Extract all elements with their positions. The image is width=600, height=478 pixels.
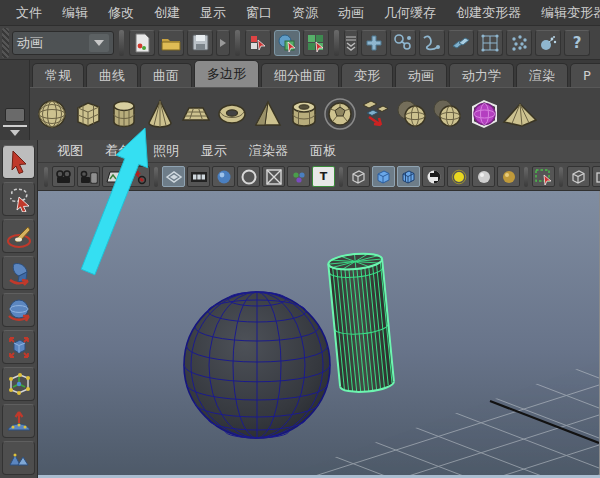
shelf-tab-subdivs[interactable]: 细分曲面: [261, 63, 339, 87]
panel-menu-shading[interactable]: 着色: [94, 142, 142, 160]
smooth-shelf-button[interactable]: [466, 92, 501, 136]
poly-plane-shelf-button[interactable]: [178, 92, 213, 136]
poly-pipe-shelf-button[interactable]: [286, 92, 321, 136]
scene-3d: [38, 191, 599, 478]
rotate-tool-button[interactable]: [2, 293, 35, 327]
poly-pyramid-shelf-button[interactable]: [250, 92, 285, 136]
poly-torus-shelf-button[interactable]: [214, 92, 249, 136]
multi-dot-button[interactable]: [287, 166, 310, 187]
help-button[interactable]: ?: [564, 30, 590, 56]
reduce-shelf-button[interactable]: [358, 92, 393, 136]
poly-sphere-shelf-button[interactable]: [34, 92, 69, 136]
open-scene-button[interactable]: [158, 30, 184, 56]
shelf-tab-partial[interactable]: P: [570, 63, 600, 87]
expand-arrow-button[interactable]: [216, 30, 230, 56]
statusline-separator[interactable]: [235, 30, 240, 56]
collapse-section-button[interactable]: [344, 30, 358, 56]
shelf-tab-general[interactable]: 常规: [32, 63, 84, 87]
poly-cylinder-shelf-button[interactable]: [106, 92, 141, 136]
statusline-grip-handle[interactable]: [2, 28, 9, 58]
menu-modify[interactable]: 修改: [98, 4, 144, 22]
boolean-union-shelf-button[interactable]: [394, 92, 429, 136]
plus-button[interactable]: [361, 30, 387, 56]
camera-film-button[interactable]: [52, 166, 75, 187]
render-ball-button[interactable]: [212, 166, 235, 187]
poly-plane-button[interactable]: [448, 30, 474, 56]
flat-sphere-button[interactable]: [472, 166, 495, 187]
lasso-select-tool-button[interactable]: [2, 182, 35, 216]
image-plane-button[interactable]: [102, 166, 125, 187]
boolean-difference-shelf-button[interactable]: [430, 92, 465, 136]
particles-button[interactable]: [506, 30, 532, 56]
shelf-tab-deformation[interactable]: 变形: [341, 63, 393, 87]
lighting-toggle-button[interactable]: [447, 166, 470, 187]
shelf-menu-arrow-icon[interactable]: [10, 130, 20, 136]
select-tool-button[interactable]: [2, 145, 35, 179]
save-scene-button[interactable]: [187, 30, 213, 56]
new-scene-button[interactable]: [129, 30, 155, 56]
menu-assets[interactable]: 资源: [282, 4, 328, 22]
menu-set-dropdown-button[interactable]: [89, 34, 109, 52]
panel-toolbar: T: [38, 163, 600, 191]
select-object-mode-button[interactable]: [274, 30, 300, 56]
shelf-tab-curves[interactable]: 曲线: [86, 63, 138, 87]
joints-button[interactable]: [390, 30, 416, 56]
menu-set-selector[interactable]: 动画: [12, 31, 114, 55]
field-chart-button[interactable]: [262, 166, 285, 187]
texture-placement-button[interactable]: T: [312, 166, 335, 187]
smooth-shade-mode-button[interactable]: [372, 166, 395, 187]
poly-cube-shelf-button[interactable]: [70, 92, 105, 136]
move-tool-button[interactable]: [2, 256, 35, 290]
panel-menu-panels[interactable]: 面板: [299, 142, 347, 160]
shelf-tab-menu-button[interactable]: [5, 108, 25, 122]
resolution-gate-button[interactable]: [187, 166, 210, 187]
shelf-tab-animation[interactable]: 动画: [395, 63, 447, 87]
camera-settings-button[interactable]: [77, 166, 100, 187]
highlight-selection-button[interactable]: [532, 166, 555, 187]
menu-window[interactable]: 窗口: [236, 4, 282, 22]
menu-create[interactable]: 创建: [144, 4, 190, 22]
poly-cone-shelf-button[interactable]: [142, 92, 177, 136]
menu-edit[interactable]: 编辑: [52, 4, 98, 22]
gate-mask-button[interactable]: [237, 166, 260, 187]
light-zoom-button[interactable]: [127, 166, 150, 187]
panel-menu-renderer[interactable]: 渲染器: [238, 142, 299, 160]
universal-manipulator-tool-button[interactable]: [2, 367, 35, 401]
shelf-tab-dynamics[interactable]: 动力学: [449, 63, 514, 87]
wireframe-on-shaded-button[interactable]: [397, 166, 420, 187]
soft-modification-tool-button[interactable]: [2, 404, 35, 438]
isolate-select-alt-button[interactable]: [592, 166, 600, 187]
statusline-separator[interactable]: [119, 30, 124, 56]
snap-mode-button[interactable]: [245, 30, 271, 56]
panel-menu-view[interactable]: 视图: [46, 142, 94, 160]
poly-sphere-object[interactable]: [184, 292, 330, 438]
select-component-mode-button[interactable]: [303, 30, 329, 56]
shelf-tab-rendering[interactable]: 渲染: [516, 63, 568, 87]
wedge-shelf-button[interactable]: [502, 92, 537, 136]
use-default-material-button[interactable]: [422, 166, 445, 187]
textured-sphere-button[interactable]: [497, 166, 520, 187]
isolate-select-button[interactable]: [567, 166, 590, 187]
menu-file[interactable]: 文件: [6, 4, 52, 22]
film-gate-button[interactable]: [162, 166, 185, 187]
shelf-tab-surfaces[interactable]: 曲面: [140, 63, 192, 87]
menu-edit-deformers[interactable]: 编辑变形器: [531, 4, 600, 22]
curve-button[interactable]: [419, 30, 445, 56]
panel-menu-show[interactable]: 显示: [190, 142, 238, 160]
panel-menu-lighting[interactable]: 照明: [142, 142, 190, 160]
shelf-tab-polygons[interactable]: 多边形: [194, 60, 259, 87]
last-tool-partial-button[interactable]: [2, 441, 35, 475]
viewport-canvas[interactable]: [38, 191, 600, 478]
menu-geometry-cache[interactable]: 几何缓存: [374, 4, 446, 22]
poly-soccer-ball-icon: [323, 97, 357, 131]
wireframe-mode-button[interactable]: [347, 166, 370, 187]
menu-animate[interactable]: 动画: [328, 4, 374, 22]
menu-display[interactable]: 显示: [190, 4, 236, 22]
statusline-separator[interactable]: [334, 30, 339, 56]
paint-selection-tool-button[interactable]: [2, 219, 35, 253]
poly-soccer-ball-shelf-button[interactable]: [322, 92, 357, 136]
paint-effects-button[interactable]: [535, 30, 561, 56]
lattice-button[interactable]: [477, 30, 503, 56]
menu-create-deformers[interactable]: 创建变形器: [446, 4, 531, 22]
scale-tool-button[interactable]: [2, 330, 35, 364]
